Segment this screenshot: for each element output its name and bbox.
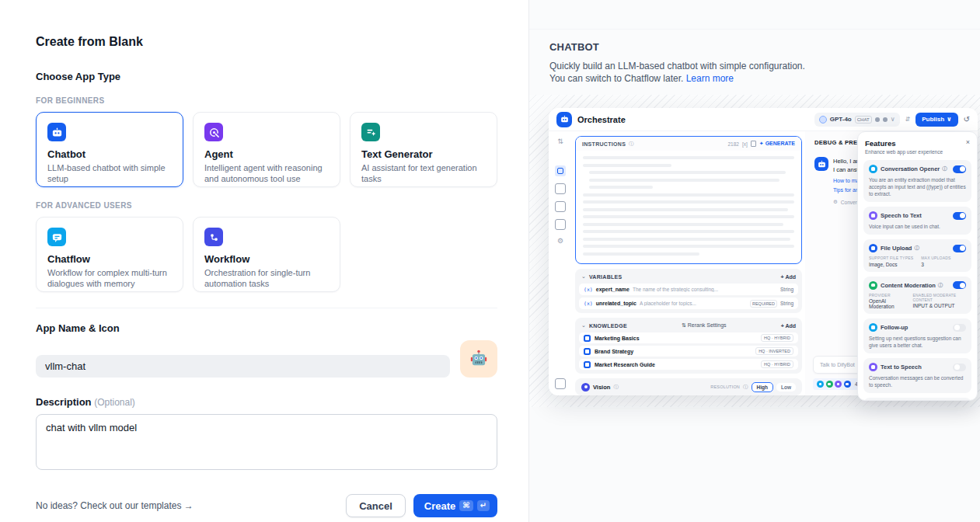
close-icon[interactable]: × (966, 139, 970, 146)
chevron-down-icon[interactable]: ⌄ (581, 273, 586, 280)
app-type-card-chatflow[interactable]: Chatflow Workflow for complex multi-turn… (36, 217, 183, 292)
document-icon (584, 361, 591, 368)
speech-feature-dot-icon (835, 381, 842, 388)
card-title: Chatbot (47, 148, 172, 160)
orchestrate-config-column: INSTRUCTIONS ⓘ 2182 [x] ✦ GENERATE (572, 131, 805, 395)
bot-avatar-icon (556, 112, 572, 127)
model-selector[interactable]: GPT-4o CHAT ∨ (814, 113, 900, 127)
feature-citations: Citations and Attributions Show source d… (863, 398, 971, 401)
features-panel: Features × Enhance web app user experien… (857, 131, 978, 401)
panel-top-strip (529, 0, 980, 30)
variables-section: ⌄ VARIABLES + Add (x) expert_name The na… (575, 269, 802, 313)
arrow-right-icon: → (184, 500, 194, 511)
speech-to-text-icon (869, 211, 877, 220)
index-mode-badge: HQ · HYBRID (761, 334, 793, 342)
app-type-card-chatbot[interactable]: Chatbot LLM-based chatbot with simple se… (36, 112, 183, 187)
app-name-label: App Name & Icon (36, 322, 497, 334)
feature-content-moderation: Content Moderationⓘ PROVIDEROpenAI Moder… (863, 277, 971, 315)
panel-heading: CHATBOT (549, 41, 980, 53)
panel-description: Quickly build an LLM-based chatbot with … (549, 60, 821, 85)
conversation-opener-icon (869, 165, 877, 173)
card-title: Agent (204, 148, 329, 160)
app-icon-picker[interactable] (460, 340, 497, 378)
rerank-settings-button[interactable]: ⇅ Rerank Settings (682, 322, 727, 329)
card-description: Workflow for complex multi-turn dialogue… (47, 267, 172, 289)
app-type-card-workflow[interactable]: Workflow Orchestration for single-turn a… (193, 217, 340, 292)
cancel-button[interactable]: Cancel (346, 494, 406, 517)
copy-icon[interactable] (751, 141, 756, 147)
workflow-icon (204, 228, 223, 246)
create-button[interactable]: Create ⌘ ↵ (413, 494, 497, 517)
nav-settings-icon[interactable]: ⚙ (557, 237, 563, 245)
card-description: LLM-based chatbot with simple setup (47, 162, 172, 184)
feature-conversation-opener: Conversation Openerⓘ You are an entity e… (863, 160, 971, 202)
resolution-low-chip[interactable]: Low (776, 383, 796, 392)
speech-to-text-toggle[interactable] (953, 212, 966, 220)
params-sliders-icon[interactable]: ⇵ (905, 116, 911, 123)
add-variable-button[interactable]: + Add (781, 274, 796, 280)
templates-link[interactable]: No ideas? Check out our templates → (36, 500, 194, 511)
knowledge-row[interactable]: Marketing Basics HQ · HYBRID (579, 332, 798, 343)
resolution-high-chip[interactable]: High (752, 382, 773, 392)
add-knowledge-button[interactable]: + Add (781, 323, 796, 329)
knowledge-row[interactable]: Market Research Guide HQ · HYBRID (579, 359, 798, 370)
variable-row[interactable]: (x) expert_name The name of the strategi… (579, 284, 798, 295)
app-type-card-text-generator[interactable]: Text Generator AI assistant for text gen… (350, 112, 497, 187)
app-type-card-agent[interactable]: Agent Intelligent agent with reasoning a… (193, 112, 340, 187)
description-textarea[interactable]: chat with vllm model (36, 414, 497, 470)
info-icon: ⓘ (938, 282, 943, 289)
instructions-skeleton-text (576, 151, 801, 264)
follow-up-icon (869, 323, 877, 332)
text-to-speech-icon (869, 363, 877, 371)
description-label: Description (Optional) (36, 396, 497, 408)
conversation-opener-toggle[interactable] (953, 165, 966, 173)
info-icon: ⓘ (914, 245, 919, 252)
card-title: Workflow (204, 253, 329, 265)
info-icon: ⓘ (613, 384, 619, 391)
opener-feature-dot-icon (817, 381, 824, 388)
file-upload-toggle[interactable] (953, 245, 966, 252)
content-moderation-toggle[interactable] (953, 281, 966, 289)
publish-button[interactable]: Publish ∨ (915, 113, 957, 127)
follow-up-toggle[interactable] (953, 324, 966, 332)
nav-preview-icon[interactable] (555, 183, 566, 194)
instructions-editor[interactable]: INSTRUCTIONS ⓘ 2182 [x] ✦ GENERATE (575, 136, 802, 264)
dialog-title: Create from Blank (36, 35, 497, 49)
knowledge-row[interactable]: Brand Strategy HQ · INVERTED (579, 346, 798, 357)
required-badge: REQUIRED (750, 300, 777, 308)
preview-illustration: Orchestrate GPT-4o CHAT ∨ ⇵ Publish (529, 95, 980, 407)
chevron-down-icon[interactable]: ⌄ (581, 322, 586, 329)
nav-orchestrate-icon[interactable] (555, 165, 566, 176)
app-name-row (36, 340, 497, 378)
preview-nav-rail: ⇅ ⚙ (549, 131, 572, 395)
content-moderation-icon (869, 281, 877, 290)
cmd-key-icon: ⌘ (459, 500, 473, 511)
feature-text-to-speech: Text to Speech Conversation messages can… (863, 358, 971, 393)
nav-logs-icon[interactable] (555, 201, 566, 212)
vision-icon (581, 383, 590, 392)
variables-insert-icon[interactable]: [x] (742, 141, 748, 147)
robot-emoji-icon (469, 349, 489, 369)
moderation-feature-dot-icon (826, 381, 833, 388)
text-to-speech-toggle[interactable] (953, 364, 966, 371)
collapse-panel-icon[interactable] (555, 378, 566, 389)
vision-section: Vision ⓘ RESOLUTION ⓘ High Low (575, 378, 802, 395)
instructions-header: INSTRUCTIONS ⓘ 2182 [x] ✦ GENERATE (576, 137, 801, 151)
app-type-info-panel: CHATBOT Quickly build an LLM-based chatb… (528, 0, 980, 522)
learn-more-link[interactable]: Learn more (686, 73, 734, 84)
model-logo-icon (819, 116, 827, 124)
card-title: Text Generator (361, 148, 486, 160)
generate-button[interactable]: ✦ GENERATE (759, 141, 795, 147)
info-icon: ⓘ (629, 141, 634, 148)
app-name-input[interactable] (36, 355, 450, 378)
history-icon[interactable]: ↺ (964, 115, 970, 124)
feature-follow-up: Follow-up Setting up next questions sugg… (863, 318, 971, 353)
upload-feature-dot-icon (844, 381, 851, 388)
variable-row[interactable]: (x) unrelated_topic A placeholder for to… (579, 298, 798, 309)
feature-file-upload: File Uploadⓘ SUPPORT FILE TYPESImage, Do… (863, 239, 971, 272)
nav-annotation-icon[interactable] (555, 219, 566, 230)
swap-icon[interactable]: ⇅ (557, 137, 563, 145)
char-count: 2182 (727, 141, 738, 147)
enter-key-icon: ↵ (477, 500, 490, 511)
group-label-beginners: FOR BEGINNERS (36, 96, 497, 105)
